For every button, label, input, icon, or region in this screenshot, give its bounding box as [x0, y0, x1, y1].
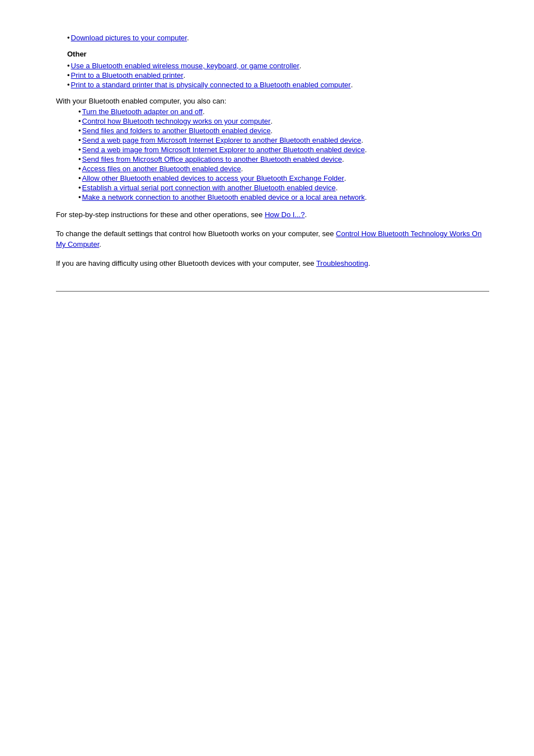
list-item: •Turn the Bluetooth adapter on and off. [78, 107, 489, 116]
control-text-after: . [99, 240, 101, 248]
send-web-page-link[interactable]: Send a web page from Microsoft Internet … [82, 136, 362, 144]
print-bluetooth-printer-link[interactable]: Print to a Bluetooth enabled printer [71, 71, 184, 79]
bullet-dot: • [78, 155, 81, 163]
make-network-link[interactable]: Make a network connection to another Blu… [82, 193, 365, 201]
control-bluetooth-link[interactable]: Control how Bluetooth technology works o… [82, 117, 271, 125]
how-do-text-before: For step-by-step instructions for these … [56, 210, 265, 219]
list-item: •Send a web page from Microsoft Internet… [78, 136, 489, 144]
bullet-dot: • [78, 145, 81, 154]
list-item: •Send files and folders to another Bluet… [78, 126, 489, 135]
other-heading: Other [67, 50, 489, 58]
list-item: •Send a web image from Microsoft Interne… [78, 145, 489, 154]
send-office-files-link[interactable]: Send files from Microsoft Office applica… [82, 155, 342, 163]
allow-access-link[interactable]: Allow other Bluetooth enabled devices to… [82, 174, 344, 182]
bullet-dot: • [67, 71, 70, 79]
list-item: •Print to a standard printer that is phy… [67, 81, 489, 89]
download-pictures-link[interactable]: Download pictures to your computer [71, 34, 187, 42]
bullet-dot: • [67, 81, 70, 89]
troubleshoot-paragraph: If you are having difficulty using other… [56, 258, 489, 269]
troubleshoot-text-after: . [368, 259, 371, 267]
send-web-image-link[interactable]: Send a web image from Microsoft Internet… [82, 145, 365, 154]
troubleshoot-text-before: If you are having difficulty using other… [56, 259, 316, 267]
other-list: •Use a Bluetooth enabled wireless mouse,… [67, 62, 489, 89]
bullet-dot: • [78, 107, 81, 116]
also-can-section: With your Bluetooth enabled computer, yo… [56, 97, 489, 201]
bullet-dot: • [78, 165, 81, 173]
list-item: •Use a Bluetooth enabled wireless mouse,… [67, 62, 489, 70]
page-container: •Download pictures to your computer. Oth… [0, 0, 534, 314]
print-standard-printer-link[interactable]: Print to a standard printer that is phys… [71, 81, 351, 89]
bullet-dot: • [78, 174, 81, 182]
list-item: •Send files from Microsoft Office applic… [78, 155, 489, 163]
bullet-dot: • [78, 117, 81, 125]
list-item: •Establish a virtual serial port connect… [78, 184, 489, 192]
other-section: Other [56, 50, 489, 58]
how-do-link[interactable]: How Do I...? [265, 210, 305, 219]
troubleshoot-link[interactable]: Troubleshooting [316, 259, 368, 267]
also-can-intro: With your Bluetooth enabled computer, yo… [56, 97, 489, 105]
list-item: •Access files on another Bluetooth enabl… [78, 165, 489, 173]
list-item: •Allow other Bluetooth enabled devices t… [78, 174, 489, 182]
list-item: •Print to a Bluetooth enabled printer. [67, 71, 489, 79]
turn-adapter-link[interactable]: Turn the Bluetooth adapter on and off [82, 107, 203, 116]
control-text-before: To change the default settings that cont… [56, 229, 336, 238]
send-files-folders-link[interactable]: Send files and folders to another Blueto… [82, 126, 271, 135]
top-bullet-item: •Download pictures to your computer. [67, 34, 489, 42]
also-can-list: •Turn the Bluetooth adapter on and off. … [78, 107, 489, 201]
control-how-paragraph: To change the default settings that cont… [56, 228, 489, 250]
bullet-dot: • [78, 193, 81, 201]
bullet-dot: • [78, 126, 81, 135]
list-item: •Control how Bluetooth technology works … [78, 117, 489, 125]
list-item: •Make a network connection to another Bl… [78, 193, 489, 201]
bullet-dot: • [67, 62, 70, 70]
access-files-link[interactable]: Access files on another Bluetooth enable… [82, 165, 241, 173]
bullet-dot: • [78, 184, 81, 192]
bullet-dot: • [78, 136, 81, 144]
page-divider [56, 291, 489, 292]
mouse-keyboard-link[interactable]: Use a Bluetooth enabled wireless mouse, … [71, 62, 299, 70]
bullet-dot: • [67, 34, 70, 42]
how-do-paragraph: For step-by-step instructions for these … [56, 209, 489, 220]
establish-serial-link[interactable]: Establish a virtual serial port connecti… [82, 184, 336, 192]
